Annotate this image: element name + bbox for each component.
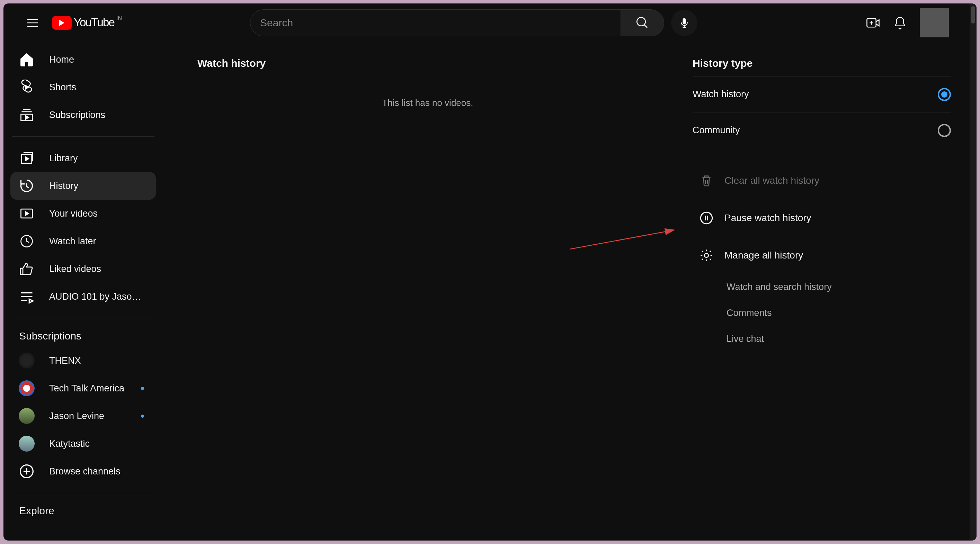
sidebar-channel-katytastic[interactable]: Katytastic bbox=[10, 430, 156, 457]
home-icon bbox=[19, 52, 35, 68]
sidebar-item-shorts[interactable]: Shorts bbox=[10, 73, 156, 101]
logo[interactable]: YouTube IN bbox=[52, 16, 122, 30]
channel-avatar bbox=[19, 380, 35, 396]
radio-label: Community bbox=[692, 125, 740, 136]
logo-text: YouTube bbox=[74, 16, 114, 29]
search-icon bbox=[635, 16, 650, 30]
hamburger-icon bbox=[25, 16, 40, 30]
pause-circle-icon bbox=[700, 211, 713, 225]
sublink-comments[interactable]: Comments bbox=[692, 300, 951, 326]
svg-point-7 bbox=[704, 253, 708, 257]
sublink-watch-search[interactable]: Watch and search history bbox=[692, 274, 951, 300]
sidebar-item-label: AUDIO 101 by Jaso… bbox=[49, 291, 148, 302]
svg-rect-1 bbox=[683, 18, 686, 25]
avatar[interactable] bbox=[920, 8, 949, 37]
channel-label: Jason Levine bbox=[49, 411, 141, 422]
channel-label: Katytastic bbox=[49, 438, 148, 449]
main-content: Watch history This list has no videos. H… bbox=[163, 42, 970, 541]
channel-label: THENX bbox=[49, 355, 148, 366]
sidebar-item-label: Subscriptions bbox=[49, 110, 148, 121]
shorts-icon bbox=[19, 79, 35, 95]
history-icon bbox=[19, 178, 35, 194]
sidebar-item-label: Browse channels bbox=[49, 466, 148, 477]
sidebar-item-home[interactable]: Home bbox=[10, 46, 156, 73]
header: YouTube IN Search bbox=[3, 3, 977, 42]
sidebar-item-label: Your videos bbox=[49, 208, 148, 219]
manage-history-button[interactable]: Manage all history bbox=[692, 237, 951, 274]
sidebar-browse-channels[interactable]: Browse channels bbox=[10, 457, 156, 485]
divider bbox=[12, 136, 154, 137]
sidebar-item-label: Liked videos bbox=[49, 264, 148, 274]
mic-icon bbox=[678, 17, 690, 29]
radio-label: Watch history bbox=[692, 89, 749, 100]
sidebar-item-library[interactable]: Library bbox=[10, 144, 156, 172]
sublink-live-chat[interactable]: Live chat bbox=[692, 326, 951, 352]
trash-icon bbox=[700, 174, 713, 187]
playlist-icon bbox=[19, 289, 35, 305]
sidebar-item-liked-videos[interactable]: Liked videos bbox=[10, 255, 156, 283]
history-type-title: History type bbox=[692, 57, 951, 76]
youtube-play-icon bbox=[52, 16, 72, 30]
new-content-dot bbox=[141, 415, 144, 418]
page-title: Watch history bbox=[197, 57, 692, 69]
plus-circle-icon bbox=[19, 463, 35, 479]
notifications-button[interactable] bbox=[893, 16, 907, 30]
sidebar-item-history[interactable]: History bbox=[10, 172, 156, 200]
gear-icon bbox=[700, 249, 713, 262]
sidebar-explore-title: Explore bbox=[3, 501, 163, 522]
clock-icon bbox=[19, 233, 35, 249]
your-videos-icon bbox=[19, 206, 35, 222]
clear-history-button: Clear all watch history bbox=[692, 162, 951, 199]
sidebar-channel-jason[interactable]: Jason Levine bbox=[10, 402, 156, 430]
sidebar-item-label: Watch later bbox=[49, 236, 148, 247]
search-input[interactable]: Search bbox=[250, 10, 620, 36]
sidebar-item-your-videos[interactable]: Your videos bbox=[10, 200, 156, 227]
scrollbar[interactable] bbox=[970, 3, 977, 541]
search-button[interactable] bbox=[620, 10, 664, 36]
channel-avatar bbox=[19, 353, 35, 368]
channel-avatar bbox=[19, 436, 35, 452]
empty-message: This list has no videos. bbox=[163, 98, 692, 108]
bell-icon bbox=[893, 16, 907, 30]
sidebar-channel-thenx[interactable]: THENX bbox=[10, 347, 156, 374]
pause-history-button[interactable]: Pause watch history bbox=[692, 199, 951, 237]
action-label: Pause watch history bbox=[724, 213, 811, 224]
sidebar-item-label: Library bbox=[49, 153, 148, 164]
subscriptions-icon bbox=[19, 107, 35, 123]
logo-region: IN bbox=[116, 15, 122, 21]
sidebar-item-label: History bbox=[49, 181, 148, 191]
channel-avatar bbox=[19, 408, 35, 424]
sidebar-item-subscriptions[interactable]: Subscriptions bbox=[10, 101, 156, 129]
create-icon bbox=[866, 16, 880, 30]
sidebar: Home Shorts Subscriptions Library Histor… bbox=[3, 42, 163, 541]
history-settings-panel: History type Watch history Community Cle… bbox=[692, 42, 970, 541]
svg-point-6 bbox=[700, 212, 712, 224]
history-type-watch[interactable]: Watch history bbox=[692, 76, 951, 112]
history-type-community[interactable]: Community bbox=[692, 112, 951, 148]
search-placeholder: Search bbox=[260, 17, 293, 29]
voice-search-button[interactable] bbox=[671, 10, 697, 36]
menu-button[interactable] bbox=[24, 14, 41, 31]
channel-label: Tech Talk America bbox=[49, 383, 141, 394]
sidebar-item-watch-later[interactable]: Watch later bbox=[10, 227, 156, 255]
radio-selected-icon bbox=[938, 88, 951, 101]
sidebar-subs-title: Subscriptions bbox=[3, 326, 163, 347]
action-label: Manage all history bbox=[724, 250, 803, 261]
divider bbox=[12, 493, 154, 493]
sidebar-channel-techtalk[interactable]: Tech Talk America bbox=[10, 374, 156, 402]
new-content-dot bbox=[141, 387, 144, 390]
create-button[interactable] bbox=[866, 16, 880, 30]
sidebar-item-playlist[interactable]: AUDIO 101 by Jaso… bbox=[10, 283, 156, 311]
svg-point-0 bbox=[637, 17, 646, 26]
sidebar-item-label: Home bbox=[49, 54, 148, 65]
thumbs-up-icon bbox=[19, 261, 35, 277]
library-icon bbox=[19, 150, 35, 166]
action-label: Clear all watch history bbox=[724, 175, 819, 186]
radio-unselected-icon bbox=[938, 124, 951, 137]
sidebar-item-label: Shorts bbox=[49, 82, 148, 93]
